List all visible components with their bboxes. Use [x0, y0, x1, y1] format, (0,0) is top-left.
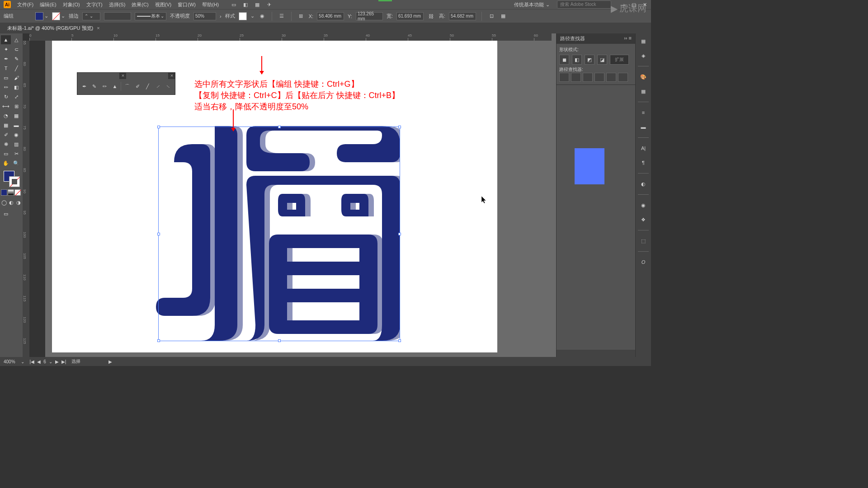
brush-7[interactable]: ╱ [143, 82, 152, 91]
last-artboard-icon[interactable]: ▶| [61, 359, 66, 364]
zoom-level[interactable]: 400% [4, 359, 15, 364]
hand-tool[interactable]: ✋ [1, 159, 11, 168]
brush-6[interactable]: ✐ [133, 82, 142, 91]
character-icon[interactable]: A| [638, 143, 648, 153]
panel-tab-2[interactable] [126, 73, 169, 79]
brush-8[interactable]: ⟋ [154, 82, 162, 91]
handle-mr[interactable] [398, 233, 401, 235]
canvas[interactable]: 选中所有文字形状后【编组 快捷键：Ctrl+G】 【复制 快捷键：Ctrl+C】… [45, 33, 556, 357]
menu-select[interactable]: 选择(S) [106, 0, 128, 9]
brush-2[interactable]: ✎ [90, 82, 99, 91]
brush-3[interactable]: ✏ [100, 82, 109, 91]
brush-9[interactable]: ⟍ [164, 82, 172, 91]
pen-tool[interactable]: ✒ [1, 54, 11, 63]
style-swatch[interactable] [239, 12, 247, 20]
selection-tool[interactable]: ▲ [1, 35, 11, 44]
layers-icon[interactable]: ❖ [638, 215, 648, 225]
gradient-tool[interactable]: ▬ [11, 121, 21, 130]
merge-button[interactable] [583, 73, 593, 82]
curvature-tool[interactable]: ✎ [11, 54, 21, 63]
opacity-input[interactable]: 50% [193, 12, 216, 20]
menu-effect[interactable]: 效果(C) [129, 0, 151, 9]
stroke-swatch[interactable] [52, 12, 60, 20]
minus-front-button[interactable]: ◧ [572, 55, 582, 65]
stroke-dropdown-icon[interactable]: ⌄ [61, 13, 65, 19]
type-tool[interactable]: T [1, 64, 11, 73]
draw-behind[interactable]: ◐ [8, 198, 15, 207]
paintbrush-tool[interactable]: 🖌 [11, 73, 21, 82]
fill-dropdown-icon[interactable]: ⌄ [44, 13, 48, 19]
next-artboard-icon[interactable]: ▶ [55, 359, 59, 364]
color-mode-gradient[interactable] [8, 189, 14, 196]
brush-profile[interactable]: 基本 ⌄ [135, 12, 166, 20]
crop-button[interactable] [594, 73, 604, 82]
y-input[interactable]: 123.265 mm [356, 12, 383, 20]
panel-close-1[interactable]: × [120, 73, 126, 79]
panel-collapse-icon[interactable]: ›› ≡ [624, 35, 632, 42]
stroke-color[interactable] [9, 176, 20, 187]
menu-object[interactable]: 对象(O) [60, 0, 83, 9]
handle-bl[interactable] [157, 339, 160, 342]
rotate-tool[interactable]: ↻ [1, 92, 11, 101]
tab-close-icon[interactable]: × [97, 25, 99, 31]
gradient-panel-icon[interactable]: ▬ [638, 122, 648, 132]
handle-br[interactable] [398, 339, 401, 342]
draw-inside[interactable]: ◑ [15, 198, 22, 207]
search-input[interactable]: 搜索 Adobe Stock [557, 0, 611, 9]
opentype-icon[interactable]: O [638, 257, 648, 267]
trim-button[interactable] [571, 73, 581, 82]
magic-wand-tool[interactable]: ✦ [1, 45, 11, 54]
draw-normal[interactable]: ◯ [1, 198, 8, 207]
isolate-icon[interactable]: ⊡ [487, 12, 495, 20]
handle-ml[interactable] [157, 233, 160, 235]
layout-icon[interactable]: ▭ [231, 1, 237, 8]
divide-button[interactable] [559, 73, 569, 82]
zoom-tool[interactable]: 🔍 [11, 159, 21, 168]
prev-artboard-icon[interactable]: ◀ [37, 359, 41, 364]
exclude-button[interactable]: ◪ [597, 55, 607, 65]
recolor-icon[interactable]: ◉ [258, 12, 266, 20]
brush-5[interactable]: ⌒ [123, 82, 132, 91]
align-icon[interactable]: ☰ [278, 12, 286, 20]
graph-tool[interactable]: ▥ [11, 140, 21, 149]
document-tab[interactable]: 未标题-1.ai* @ 400% (RGB/GPU 预览) × [4, 23, 104, 33]
stroke-panel-icon[interactable]: ≡ [638, 108, 648, 117]
handle-tr[interactable] [398, 126, 401, 128]
screen-mode[interactable]: ▭ [1, 209, 11, 218]
menu-type[interactable]: 文字(T) [84, 0, 105, 9]
outline-button[interactable] [606, 73, 616, 82]
bridge-icon[interactable]: ✈ [266, 1, 272, 8]
fill-swatch[interactable] [35, 12, 43, 20]
menu-window[interactable]: 窗口(W) [175, 0, 198, 9]
transparency-icon[interactable]: ◐ [638, 179, 648, 189]
slice-tool[interactable]: ✂ [11, 149, 21, 158]
stroke-weight[interactable]: ⌃ ⌄ [82, 12, 100, 20]
artboard-tool[interactable]: ▭ [1, 149, 11, 158]
style-dropdown-icon[interactable]: ⌄ [250, 13, 255, 19]
appearance-icon[interactable]: ◉ [638, 200, 648, 210]
line-tool[interactable]: ╱ [11, 64, 21, 73]
stroke-dash[interactable] [104, 12, 131, 20]
intersect-button[interactable]: ◩ [585, 55, 594, 65]
first-artboard-icon[interactable]: |◀ [30, 359, 35, 364]
transform-icon[interactable]: ⊞ [297, 12, 305, 20]
h-input[interactable]: 54.682 mm [449, 12, 476, 20]
w-input[interactable]: 61.693 mm [396, 12, 424, 20]
width-tool[interactable]: ⟷ [1, 102, 11, 111]
link-wh-icon[interactable]: ⛓ [427, 12, 435, 20]
color-mode-none[interactable] [14, 189, 21, 196]
eraser-tool[interactable]: ◧ [11, 83, 21, 92]
zoom-dropdown-icon[interactable]: ⌄ [21, 359, 24, 364]
edit-icon[interactable]: ▦ [499, 12, 507, 20]
eyedropper-tool[interactable]: ✐ [1, 130, 11, 139]
color-icon[interactable]: 🎨 [638, 72, 648, 82]
swatches-icon[interactable]: ▦ [638, 86, 648, 96]
perspective-tool[interactable]: ▦ [11, 111, 21, 120]
paragraph-icon[interactable]: ¶ [638, 158, 648, 168]
brush-1[interactable]: ✒ [80, 82, 89, 91]
brushes-panel[interactable]: × × ✒ ✎ ✏ ▲ ⌒ ✐ ╱ ⟋ ⟍ [77, 72, 175, 95]
menu-edit[interactable]: 编辑(E) [37, 0, 59, 9]
blend-tool[interactable]: ◉ [11, 130, 21, 139]
fill-stroke-control[interactable] [1, 171, 22, 187]
pencil-tool[interactable]: ✏ [1, 83, 11, 92]
